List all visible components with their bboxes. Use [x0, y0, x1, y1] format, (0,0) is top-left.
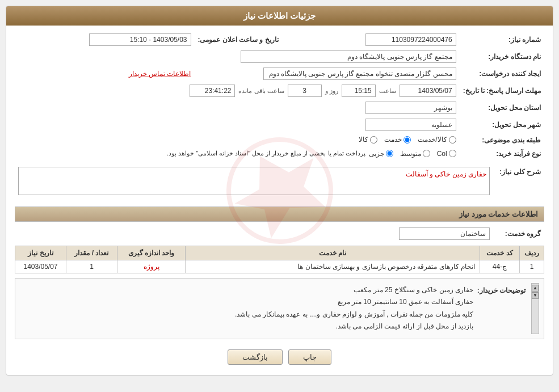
radio-khedmat[interactable]: خدمت — [384, 136, 411, 144]
cell-vahed: پروژه — [117, 260, 186, 273]
sharh-section: شرح کلی نیاز: حفاری زمین خاکی و آسفالت — [15, 165, 544, 202]
tozihat-line: حفاری زمین خاکی و سنگلاخ 25 متر مکعب — [26, 284, 473, 297]
cell-tarikh: 1403/05/07 — [15, 260, 66, 273]
shahr-input: عسلویه — [365, 119, 456, 131]
sharh-label: شرح کلی نیاز: — [499, 168, 541, 176]
main-card: جزئیات اطلاعات نیاز شماره نیاز: 11030972… — [6, 6, 553, 376]
dastgah-value: مجتمع گاز پارس جنوبی پالایشگاه دوم — [15, 48, 460, 65]
scrollbar[interactable]: ▲ ▼ — [531, 283, 539, 334]
saat-input: 15:15 — [342, 85, 376, 97]
radio-motavaset[interactable]: متوسط — [400, 150, 430, 158]
ostan-value: بوشهر — [15, 99, 460, 116]
tozihat-line: کلیه ملزومات من جمله نفرات , آموزش و لوا… — [26, 309, 473, 321]
ostan-label: استان محل تحویل: — [460, 99, 544, 116]
mohlat-value: 1403/05/07 ساعت 15:15 روز و 3 ساعت باقی … — [15, 82, 460, 99]
dastgah-label: نام دستگاه خریدار: — [460, 48, 544, 65]
tabaqe-radio-group: کالا/خدمت خدمت کالا — [359, 136, 456, 144]
service-table-body: 1 ج-44 انجام کارهای متفرقه درخصوص بازساز… — [15, 260, 544, 273]
col-tarikh: تاریخ نیاز — [15, 246, 66, 260]
service-table-header-row: ردیف کد خدمت نام خدمت واحد اندازه گیری ت… — [15, 246, 544, 260]
contact-link[interactable]: اطلاعات تماس خریدار — [129, 70, 191, 78]
mohlat-label: مهلت ارسال پاسخ: تا تاریخ: — [460, 82, 544, 99]
forand-radio-group: Col متوسط جزیی — [369, 150, 456, 158]
row-ijad: ایجاد کننده درخواست: محسن گلزار متصدی تن… — [15, 65, 544, 82]
ilan-input: 1403/05/03 - 15:10 — [89, 33, 191, 46]
mandeha-input: 23:41:22 — [190, 85, 235, 97]
tozihat-line: حفاری آسفالت به عمق 10 سانتیمتر 10 متر م… — [26, 296, 473, 309]
shomara-input: 1103097224000476 — [365, 33, 456, 46]
page-title: جزئیات اطلاعات نیاز — [243, 11, 316, 20]
col-code: کد خدمت — [480, 246, 520, 260]
col-radif: ردیف — [520, 246, 544, 260]
sharh-box: حفاری زمین خاکی و آسفالت — [18, 167, 490, 195]
saat-label: ساعت — [379, 87, 396, 95]
gorooh-label: گروه خدمت: — [493, 225, 544, 242]
tozihat-label: توضیحات خریدار: — [474, 284, 526, 333]
row-shahr: شهر محل تحویل: عسلویه — [15, 116, 544, 133]
khadamat-header: اطلاعات خدمات مورد نیاز — [15, 206, 544, 222]
mohlat-row: 1403/05/07 ساعت 15:15 روز و 3 ساعت باقی … — [18, 85, 456, 97]
cell-radif: 1 — [520, 260, 544, 273]
shahr-label: شهر محل تحویل: — [460, 116, 544, 133]
shahr-value: عسلویه — [15, 116, 460, 133]
cell-code: ج-44 — [480, 260, 520, 273]
table-row: 1 ج-44 انجام کارهای متفرقه درخصوص بازساز… — [15, 260, 544, 273]
gorooh-input: ساختمان — [399, 227, 490, 240]
row-tabaqe: طبقه بندی موضوعی: کالا/خدمت خدمت — [15, 133, 544, 147]
sharh-label-cell: شرح کلی نیاز: — [493, 165, 544, 202]
page-wrapper: جزئیات اطلاعات نیاز شماره نیاز: 11030972… — [0, 0, 559, 392]
back-button[interactable]: بازگشت — [228, 349, 283, 365]
service-table: ردیف کد خدمت نام خدمت واحد اندازه گیری ت… — [15, 246, 544, 273]
row-forand: نوع فرآیند خرید: Col متوسط — [15, 147, 544, 160]
print-button[interactable]: چاپ — [288, 349, 331, 365]
sharh-row: شرح کلی نیاز: حفاری زمین خاکی و آسفالت — [15, 165, 544, 202]
info-table: شماره نیاز: 1103097224000476 تاریخ و ساع… — [15, 31, 544, 160]
radio-kala[interactable]: کالا — [359, 136, 377, 144]
page-header: جزئیات اطلاعات نیاز — [6, 6, 553, 26]
row-mohlat: مهلت ارسال پاسخ: تا تاریخ: 1403/05/07 سا… — [15, 82, 544, 99]
tozihat-content: حفاری زمین خاکی و سنگلاخ 25 متر مکعبحفار… — [26, 284, 473, 333]
radio-kolli[interactable]: Col — [437, 150, 456, 158]
cell-name: انجام کارهای متفرقه درخصوص بازسازی و بهس… — [186, 260, 480, 273]
ijad-value: محسن گلزار متصدی تنخواه مجتمع گاز پارس ج… — [195, 65, 460, 82]
cell-tedad: 1 — [66, 260, 117, 273]
tozihat-line: بازدید از محل قبل از ارائه قیمت الزامی م… — [26, 321, 473, 333]
row-dastgah: نام دستگاه خریدار: مجتمع گاز پارس جنوبی … — [15, 48, 544, 65]
rooz-input: 3 — [288, 85, 322, 97]
col-tedad: تعداد / مقدار — [66, 246, 117, 260]
card-body: شماره نیاز: 1103097224000476 تاریخ و ساع… — [6, 26, 553, 375]
rooz-label: روز و — [325, 87, 338, 95]
service-table-head: ردیف کد خدمت نام خدمت واحد اندازه گیری ت… — [15, 246, 544, 260]
forand-value: Col متوسط جزیی — [15, 147, 460, 160]
radio-jozei[interactable]: جزیی — [369, 150, 393, 158]
col-name: نام خدمت — [186, 246, 480, 260]
row-shomara: شماره نیاز: 1103097224000476 تاریخ و ساع… — [15, 31, 544, 48]
dastgah-input: مجتمع گاز پارس جنوبی پالایشگاه دوم — [241, 50, 456, 63]
ijad-label: ایجاد کننده درخواست: — [460, 65, 544, 82]
mandeha-label: ساعت باقی مانده — [238, 87, 284, 95]
tabaqe-value: کالا/خدمت خدمت کالا — [15, 133, 460, 147]
tozihat-section: ▲ ▼ توضیحات خریدار: حفاری زمین خاکی و سن… — [15, 278, 544, 339]
sharh-value-cell: حفاری زمین خاکی و آسفالت — [15, 165, 493, 202]
scroll-up-btn[interactable]: ▲ — [532, 285, 539, 292]
shomara-value: 1103097224000476 — [293, 31, 460, 48]
radio-kala-khedmat[interactable]: کالا/خدمت — [418, 136, 456, 144]
buttons-row: چاپ بازگشت — [15, 345, 544, 369]
forand-label: نوع فرآیند خرید: — [460, 147, 544, 160]
scroll-down-btn[interactable]: ▼ — [532, 292, 539, 299]
shomara-label: شماره نیاز: — [460, 31, 544, 48]
sharh-text: حفاری زمین خاکی و آسفالت — [406, 170, 486, 178]
col-vahed: واحد اندازه گیری — [117, 246, 186, 260]
ijad-input: محسن گلزار متصدی تنخواه مجتمع گاز پارس ج… — [263, 68, 456, 80]
ostan-input: بوشهر — [365, 102, 456, 114]
ilan-label: تاریخ و ساعت اعلان عمومی: — [195, 31, 282, 48]
gorooh-value-cell: ساختمان — [15, 225, 493, 242]
tarikh-input: 1403/05/07 — [400, 85, 456, 97]
gorooh-row: گروه خدمت: ساختمان — [15, 225, 544, 242]
forand-note: پرداخت تمام یا بخشی از مبلغ خریدار از مح… — [167, 150, 365, 157]
ilan-value: 1403/05/03 - 15:10 — [15, 31, 195, 48]
forand-row: Col متوسط جزیی — [18, 150, 456, 158]
row-ostan: استان محل تحویل: بوشهر — [15, 99, 544, 116]
tabaqe-label: طبقه بندی موضوعی: — [460, 133, 544, 147]
